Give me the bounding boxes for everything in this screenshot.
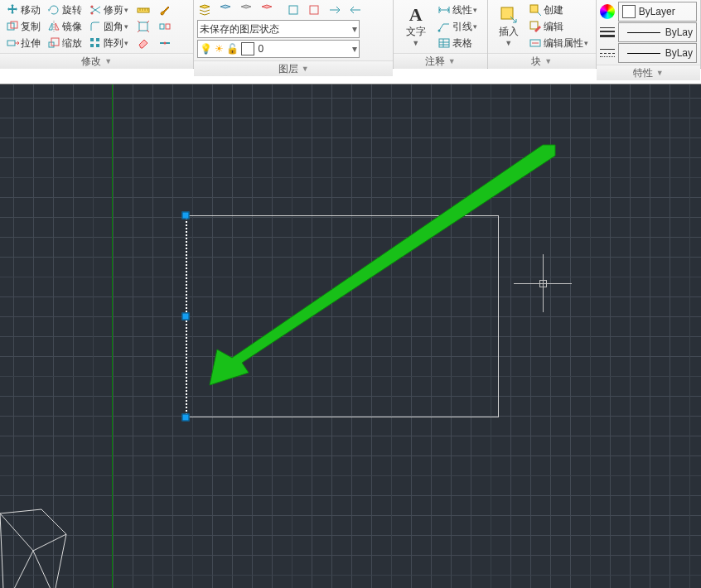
svg-rect-7 <box>90 38 94 41</box>
fillet-icon <box>89 20 102 33</box>
ribbon-toolbar: 移动 复制 拉伸 旋转 镜像 <box>0 0 701 69</box>
edit-block-icon <box>529 20 542 33</box>
y-axis <box>112 84 113 588</box>
move-button[interactable]: 移动 <box>3 2 43 18</box>
table-icon <box>438 36 451 50</box>
svg-rect-21 <box>530 5 538 12</box>
copy-button[interactable]: 复制 <box>3 18 43 35</box>
panel-title-block[interactable]: 块▼ <box>488 53 596 69</box>
grid <box>0 84 701 588</box>
color-combo[interactable]: ByLayer <box>618 2 697 22</box>
dropdown-arrow-icon: ▾ <box>352 43 357 55</box>
brush-button[interactable] <box>156 2 176 18</box>
leader-icon <box>438 20 451 33</box>
svg-rect-9 <box>90 44 94 47</box>
layer-state-combo[interactable]: 未保存的图层状态 ▾ <box>197 20 360 38</box>
dropdown-arrow-icon: ▾ <box>352 23 357 35</box>
text-button[interactable]: A 文字▼ <box>397 2 435 51</box>
stretch-icon <box>6 36 19 50</box>
stretch-button[interactable]: 拉伸 <box>3 35 43 51</box>
mirror-icon <box>47 20 60 33</box>
svg-point-5 <box>91 6 94 8</box>
linear-dim-button[interactable]: 线性 ▾ <box>435 2 480 18</box>
array-button[interactable]: 阵列 ▾ <box>86 35 131 51</box>
panel-title-properties[interactable]: 特性▼ <box>597 65 700 80</box>
svg-point-6 <box>91 12 94 15</box>
trim-icon <box>89 3 102 17</box>
edit-attr-button[interactable]: 编辑属性 ▾ <box>526 35 591 51</box>
linetype-combo[interactable]: ByLay <box>618 43 697 63</box>
mirror-button[interactable]: 镜像 <box>45 18 85 35</box>
svg-rect-22 <box>530 22 538 29</box>
color-swatch <box>622 5 636 18</box>
svg-rect-13 <box>160 24 164 29</box>
layer-freeze-icon[interactable] <box>237 2 257 18</box>
create-block-icon <box>529 3 542 17</box>
layer-isolate-icon[interactable] <box>284 2 304 18</box>
linetype-icon[interactable] <box>600 46 615 60</box>
bulb-icon: 💡 <box>200 43 212 55</box>
svg-point-15 <box>164 42 167 45</box>
svg-rect-19 <box>439 39 449 47</box>
insert-button[interactable]: 插入▼ <box>491 2 526 51</box>
trim-button[interactable]: 修剪 ▾ <box>86 2 131 18</box>
rotate-button[interactable]: 旋转 <box>45 2 85 18</box>
create-block-button[interactable]: 创建 <box>526 2 591 18</box>
layer-lock-icon[interactable] <box>258 2 278 18</box>
join-button[interactable] <box>156 35 176 51</box>
lineweight-combo[interactable]: ByLay <box>618 22 697 42</box>
explode-icon <box>137 20 150 33</box>
layer-props-icon[interactable] <box>196 2 215 18</box>
svg-rect-16 <box>289 6 297 14</box>
panel-title-modify[interactable]: 修改▼ <box>0 53 193 69</box>
layer-color-swatch <box>241 42 254 55</box>
rotate-icon <box>47 3 60 17</box>
svg-rect-2 <box>7 41 15 46</box>
move-icon <box>6 3 19 17</box>
explode-button[interactable] <box>134 18 154 35</box>
insert-icon <box>499 5 519 25</box>
panel-title-layer[interactable]: 图层▼ <box>194 60 392 76</box>
text-icon: A <box>406 5 426 25</box>
drawing-canvas[interactable] <box>0 84 701 588</box>
panel-title-annotate[interactable]: 注释▼ <box>394 53 487 69</box>
color-wheel-icon[interactable] <box>600 4 615 19</box>
layer-prev-icon[interactable] <box>346 2 366 18</box>
edit-attr-icon <box>529 36 542 50</box>
edit-block-button[interactable]: 编辑 <box>526 18 591 35</box>
measure-button[interactable] <box>134 2 154 18</box>
panel-modify: 移动 复制 拉伸 旋转 镜像 <box>0 0 194 68</box>
current-layer-combo[interactable]: 💡 ☀ 🔓 0 ▾ <box>197 40 360 58</box>
leader-button[interactable]: 引线 ▾ <box>435 18 480 35</box>
brush-icon <box>158 3 172 17</box>
dropdown-arrow-icon: ▾ <box>124 3 128 17</box>
dimension-icon <box>438 3 451 17</box>
copy-icon <box>6 20 19 33</box>
svg-rect-12 <box>139 22 147 31</box>
dropdown-arrow-icon: ▾ <box>124 36 128 50</box>
layer-off-icon[interactable] <box>216 2 236 18</box>
sun-icon: ☀ <box>215 43 224 55</box>
table-button[interactable]: 表格 <box>435 35 480 51</box>
join-icon <box>158 36 172 50</box>
dropdown-arrow-icon: ▾ <box>124 20 128 33</box>
svg-rect-8 <box>96 38 99 41</box>
break-button[interactable] <box>156 18 176 35</box>
lock-icon: 🔓 <box>226 43 239 55</box>
svg-point-18 <box>438 30 440 32</box>
scale-icon <box>47 36 60 50</box>
panel-properties: ByLayer ByLay ByLay 特性▼ <box>597 0 701 68</box>
svg-rect-17 <box>310 6 318 14</box>
panel-annotate: A 文字▼ 线性 ▾ 引线 ▾ 表格 注释▼ <box>394 0 488 68</box>
array-icon <box>89 36 102 50</box>
scale-button[interactable]: 缩放 <box>45 35 85 51</box>
erase-button[interactable] <box>134 35 154 51</box>
layer-unisolate-icon[interactable] <box>305 2 325 18</box>
panel-layer: 未保存的图层状态 ▾ 💡 ☀ 🔓 0 ▾ 图层▼ <box>194 0 393 68</box>
layer-match-icon[interactable] <box>326 2 346 18</box>
svg-rect-10 <box>96 44 99 47</box>
break-icon <box>158 20 172 33</box>
lineweight-icon[interactable] <box>600 25 615 40</box>
ruler-icon <box>137 3 150 17</box>
fillet-button[interactable]: 圆角 ▾ <box>86 18 131 35</box>
